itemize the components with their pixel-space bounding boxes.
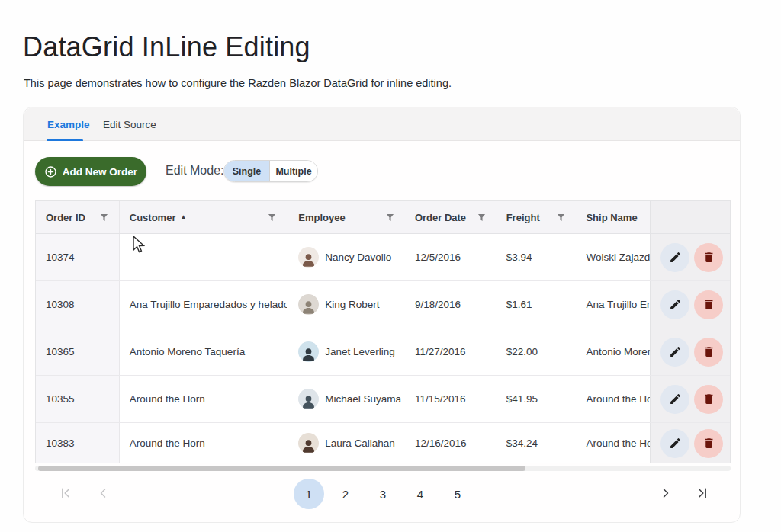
cell-actions (650, 376, 730, 422)
grid-header-row: Order ID Customer ▲ Employee Order Date (36, 201, 730, 234)
pencil-icon (669, 345, 682, 358)
table-row: 10308 Ana Trujillo Emparedados y helados… (36, 281, 730, 328)
last-page-icon (695, 486, 710, 501)
cell-order-date: 9/18/2016 (405, 281, 497, 328)
person-avatar-icon (298, 247, 319, 268)
header-customer[interactable]: Customer ▲ (120, 201, 287, 233)
cell-employee: Janet Leverling (287, 328, 405, 375)
edit-button[interactable] (660, 338, 689, 367)
delete-button[interactable] (694, 243, 723, 272)
page-number-2[interactable]: 2 (330, 479, 361, 509)
cell-ship-name: Ana Trujillo Emp (576, 281, 650, 328)
first-page-icon (58, 486, 73, 501)
last-page-button[interactable] (693, 484, 712, 502)
cell-actions (650, 234, 730, 280)
cell-customer: Around the Horn (120, 376, 287, 422)
employee-name: Janet Leverling (325, 346, 395, 357)
edit-mode-label: Edit Mode: (166, 164, 223, 178)
employee-name: Laura Callahan (325, 437, 395, 449)
page-number-4[interactable]: 4 (405, 479, 435, 509)
cell-order-id: 10365 (36, 328, 120, 375)
header-freight[interactable]: Freight (497, 201, 577, 233)
person-avatar-icon (298, 389, 319, 409)
tab-strip: Example Edit Source (24, 107, 740, 141)
cell-ship-name: Around the Horn (576, 423, 650, 463)
plus-circle-icon (44, 165, 57, 178)
employee-name: Michael Suyama (325, 393, 401, 405)
cell-ship-name: Antonio Moreno (576, 328, 650, 375)
add-new-order-label: Add New Order (63, 166, 137, 178)
tab-example[interactable]: Example (47, 107, 90, 141)
cell-actions (650, 281, 730, 328)
cell-order-id: 10308 (36, 281, 120, 328)
cell-customer: Ana Trujillo Emparedados y helados (120, 281, 287, 328)
pencil-icon (669, 298, 682, 311)
cell-employee: King Robert (287, 281, 405, 328)
cell-freight: $3.94 (497, 234, 577, 280)
page-number-1[interactable]: 1 (294, 479, 324, 509)
caret-up-icon: ▲ (180, 214, 186, 220)
page-number-5[interactable]: 5 (442, 479, 473, 509)
table-row: 10383 Around the Horn Laura Callahan 12/… (36, 423, 730, 463)
horizontal-scrollbar-thumb[interactable] (38, 466, 525, 471)
edit-mode-multiple[interactable]: Multiple (269, 161, 317, 181)
edit-mode-single[interactable]: Single (224, 161, 269, 181)
tab-edit-source[interactable]: Edit Source (103, 107, 156, 141)
table-row: 10365 Antonio Moreno Taquería Janet Leve… (36, 328, 730, 376)
cell-actions (650, 423, 730, 463)
trash-icon (702, 251, 715, 264)
page: DataGrid InLine Editing This page demons… (0, 0, 781, 532)
employee-name: King Robert (325, 299, 379, 310)
delete-button[interactable] (694, 290, 723, 319)
trash-icon (702, 393, 715, 405)
cell-customer: Antonio Moreno Taquería (120, 328, 287, 375)
horizontal-scrollbar-track[interactable] (35, 466, 731, 471)
delete-button[interactable] (694, 429, 723, 458)
cell-employee: Nancy Davolio (287, 234, 405, 280)
header-ship-name[interactable]: Ship Name (576, 201, 650, 233)
cell-order-id: 10374 (36, 234, 120, 280)
cell-freight: $1.61 (497, 281, 577, 328)
header-order-id[interactable]: Order ID (36, 201, 120, 233)
trash-icon (702, 437, 715, 450)
add-new-order-button[interactable]: Add New Order (35, 157, 146, 186)
delete-button[interactable] (694, 385, 723, 414)
previous-page-button[interactable] (94, 484, 112, 502)
cell-freight: $34.24 (497, 423, 577, 463)
edit-button[interactable] (660, 290, 689, 319)
funnel-icon[interactable] (385, 213, 395, 223)
edit-button[interactable] (660, 385, 689, 414)
cell-actions (650, 328, 730, 375)
pencil-icon (669, 437, 682, 450)
cell-freight: $41.95 (497, 376, 577, 422)
pencil-icon (669, 251, 682, 264)
page-title: DataGrid InLine Editing (23, 31, 310, 63)
cell-freight: $22.00 (497, 328, 577, 375)
first-page-button[interactable] (56, 484, 75, 502)
header-employee[interactable]: Employee (287, 201, 405, 233)
person-avatar-icon (298, 341, 319, 362)
pencil-icon (669, 393, 682, 405)
table-row: 10355 Around the Horn Michael Suyama 11/… (36, 376, 730, 423)
page-number-3[interactable]: 3 (368, 479, 398, 509)
demo-card: Example Edit Source Add New Order Edit M… (23, 107, 741, 523)
delete-button[interactable] (694, 338, 723, 367)
edit-button[interactable] (660, 243, 689, 272)
page-subtitle: This page demonstrates how to configure … (24, 77, 452, 89)
funnel-icon[interactable] (556, 213, 566, 223)
funnel-icon[interactable] (99, 213, 109, 223)
header-order-date[interactable]: Order Date (405, 201, 497, 233)
employee-name: Nancy Davolio (325, 252, 391, 263)
edit-button[interactable] (660, 429, 689, 458)
mouse-cursor-icon (132, 236, 145, 254)
cell-ship-name: Around the Horn (576, 376, 650, 422)
chevron-left-icon (95, 486, 111, 501)
next-page-button[interactable] (657, 484, 675, 502)
header-actions (650, 201, 730, 233)
cell-order-date: 12/16/2016 (405, 423, 497, 463)
cell-ship-name: Wolski Zajazd (576, 234, 650, 280)
funnel-icon[interactable] (477, 213, 487, 223)
cell-order-date: 11/27/2016 (405, 328, 497, 375)
funnel-icon[interactable] (267, 213, 277, 223)
cell-customer: Around the Horn (120, 423, 287, 463)
